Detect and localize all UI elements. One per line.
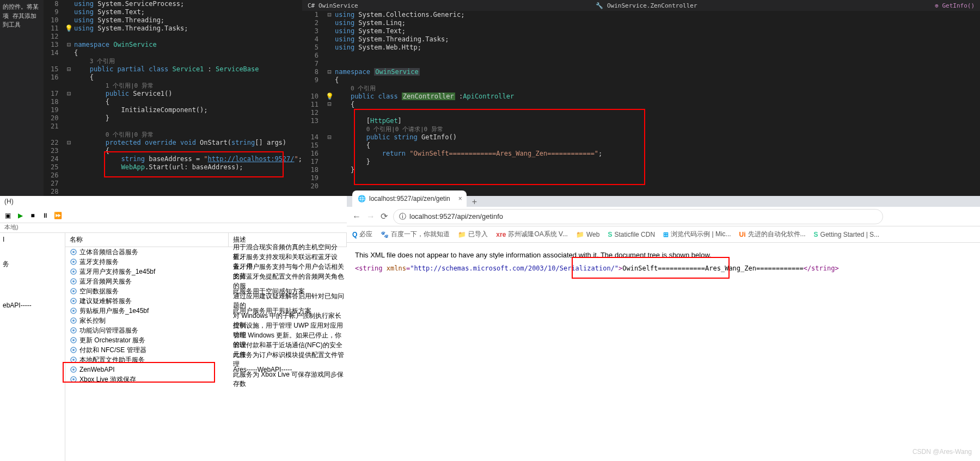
service-row[interactable]: Xbox Live 游戏保存此服务为 Xbox Live 可保存游戏同步保存数 <box>65 374 347 384</box>
svg-point-23 <box>72 359 75 361</box>
svg-point-1 <box>72 251 75 253</box>
svg-point-13 <box>72 310 75 312</box>
gear-icon <box>70 346 77 354</box>
tab-close-icon[interactable]: × <box>458 195 462 202</box>
svg-point-17 <box>72 329 75 331</box>
gear-icon <box>70 268 77 275</box>
bookmark-item[interactable]: SStaticfile CDN <box>608 231 655 238</box>
bookmark-icon: xre <box>496 231 506 238</box>
bookmark-icon: 🐾 <box>381 231 389 238</box>
breadcrumb-bar[interactable]: C# OwinService 🔧 OwinService.ZenControll… <box>302 0 980 11</box>
gear-icon <box>70 317 77 324</box>
svg-point-3 <box>72 261 75 263</box>
back-button[interactable]: ← <box>352 212 361 222</box>
services-toolbar: ▣ ▶ ■ ⏸ ⏩ <box>0 208 347 223</box>
bookmark-item[interactable]: ⊞浏览代码示例 | Mic... <box>663 230 731 239</box>
line-gutter-right: 1234567891011121314151617181920 <box>302 11 324 196</box>
watermark: CSDN @Ares-Wang <box>912 448 972 456</box>
pause-icon[interactable]: ⏸ <box>40 211 50 220</box>
gear-icon <box>70 376 77 383</box>
play-icon[interactable]: ▶ <box>15 211 25 220</box>
stop-icon[interactable]: ■ <box>28 211 38 220</box>
gear-icon <box>70 356 77 364</box>
service-row[interactable]: 建议疑难解答服务通过应用建议疑难解答启用针对已知问题的 <box>65 296 347 306</box>
line-gutter-left: 8910111213141516171819202122232425262728 <box>44 0 64 196</box>
svg-point-9 <box>72 290 75 292</box>
menu-help[interactable]: (H) <box>0 196 347 208</box>
code-area-left[interactable]: using System.ServiceProcess; using Syste… <box>74 0 302 196</box>
csharp-icon: C# <box>308 2 315 9</box>
bookmark-item[interactable]: xre苏州诚隆OA系统 V... <box>496 230 568 239</box>
gear-icon <box>70 258 77 266</box>
forward-button[interactable]: → <box>366 212 375 222</box>
bookmark-item[interactable]: 🐾百度一下，你就知道 <box>381 230 450 239</box>
svg-point-27 <box>72 378 75 380</box>
right-code-editor: C# OwinService 🔧 OwinService.ZenControll… <box>302 0 980 196</box>
gear-icon <box>70 327 77 334</box>
bookmark-icon: Q <box>352 231 357 238</box>
code-area-right[interactable]: using System.Collections.Generic; using … <box>335 11 980 196</box>
services-panel: (H) ▣ ▶ ■ ⏸ ⏩ 本地) I 务 ebAPI----- 名称 描述 立… <box>0 196 347 461</box>
svg-point-25 <box>72 368 75 371</box>
xml-content: <string xmlns="http://schemas.microsoft.… <box>355 265 972 272</box>
fold-column-right[interactable]: ⊟⊟💡⊟⊟ <box>324 11 335 196</box>
bookmark-item[interactable]: Q必应 <box>352 230 372 239</box>
browser-tab[interactable]: 🌐 localhost:9527/api/zen/getin × <box>352 190 467 207</box>
gear-icon <box>70 297 77 305</box>
bookmark-icon: S <box>814 231 818 238</box>
svg-point-15 <box>72 319 75 322</box>
bookmark-item[interactable]: Ui先进的自动化软件... <box>739 230 806 239</box>
bookmark-icon: 📁 <box>576 231 584 238</box>
fold-column-left[interactable]: 💡⊟⊟⊟⊟ <box>64 0 74 196</box>
xml-message: This XML file does not appear to have an… <box>355 251 972 259</box>
new-tab-button[interactable]: + <box>472 197 477 207</box>
bookmark-icon: 📁 <box>458 231 466 238</box>
services-tree[interactable]: I 务 ebAPI----- <box>0 233 65 461</box>
svg-point-19 <box>72 339 75 341</box>
svg-point-5 <box>72 271 75 273</box>
address-bar: ← → ⟳ ⓘ localhost:9527/api/zen/getinfo <box>347 207 980 226</box>
gear-icon <box>70 366 77 373</box>
gear-icon <box>70 278 77 285</box>
browser-tab-bar: 🌐 localhost:9527/api/zen/getin × + <box>347 196 980 207</box>
service-row[interactable]: 蓝牙音频网关服务支持蓝牙免提配置文件的音频网关角色的服 <box>65 276 347 286</box>
info-icon[interactable]: ⓘ <box>399 212 406 222</box>
gear-icon <box>70 287 77 295</box>
gear-icon <box>70 336 77 344</box>
bookmarks-bar: Q必应🐾百度一下，你就知道📁已导入xre苏州诚隆OA系统 V...📁WebSSt… <box>347 226 980 243</box>
toolbox-tip: 的控件。将某项 存其添加到工具 <box>0 0 44 196</box>
bookmark-item[interactable]: 📁Web <box>576 231 599 238</box>
globe-icon: 🌐 <box>358 195 366 202</box>
url-input[interactable]: ⓘ localhost:9527/api/zen/getinfo <box>393 209 883 224</box>
services-list: 名称 描述 立体音频组合器服务用于混合现实音频仿真的主机空间分析。蓝牙支持服务蓝… <box>65 233 347 461</box>
bookmark-icon: Ui <box>739 231 746 238</box>
gear-icon <box>70 248 77 256</box>
bookmark-icon: S <box>608 231 612 238</box>
svg-point-21 <box>72 349 75 351</box>
service-row[interactable]: 本地配置文件助手服务此服务为订户标识模块提供配置文件管理 <box>65 355 347 365</box>
restart-icon[interactable]: ⏩ <box>53 211 63 220</box>
svg-point-7 <box>72 280 75 282</box>
browser-content: This XML file does not appear to have an… <box>347 243 980 461</box>
svg-point-11 <box>72 300 75 302</box>
gear-icon <box>70 307 77 315</box>
bookmark-item[interactable]: 📁已导入 <box>458 230 488 239</box>
browser-panel: 🌐 localhost:9527/api/zen/getin × + ← → ⟳… <box>347 196 980 461</box>
left-code-editor: 的控件。将某项 存其添加到工具 891011121314151617181920… <box>0 0 302 196</box>
bookmark-icon: ⊞ <box>663 231 669 238</box>
reload-button[interactable]: ⟳ <box>381 211 388 222</box>
expand-icon[interactable]: ▣ <box>3 211 13 220</box>
tree-local-label: 本地) <box>0 223 347 233</box>
bookmark-item[interactable]: SGetting Started | S... <box>814 231 880 238</box>
